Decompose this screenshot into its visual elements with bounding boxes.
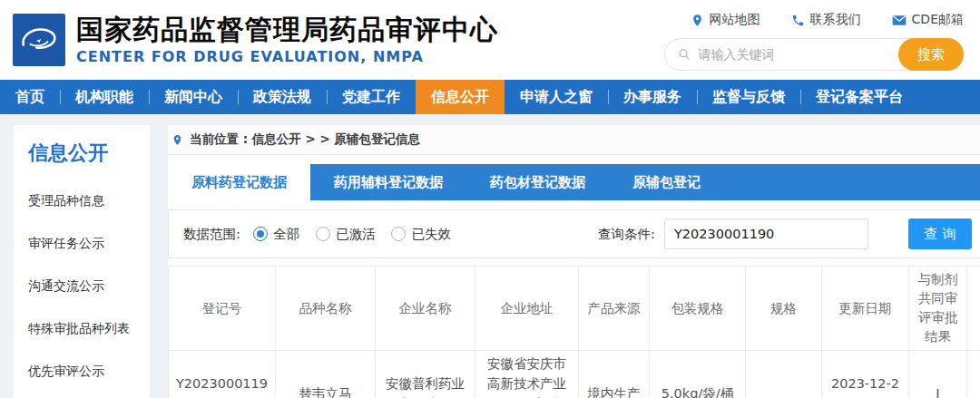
search-input[interactable]	[698, 47, 890, 62]
tab-bar: 原料药登记数据 药用辅料登记数据 药包材登记数据 原辅包登记	[168, 164, 980, 200]
contact-link[interactable]: 联系我们	[791, 12, 861, 28]
nav-item-party[interactable]: 党建工作	[327, 80, 416, 114]
query-button[interactable]: 查 询	[908, 218, 972, 249]
main-content: 当前位置 : 信息公开 > > 原辅包登记信息 原料药登记数据 药用辅料登记数据…	[168, 125, 980, 398]
nav-item-services[interactable]: 办事服务	[608, 80, 697, 114]
radio-activated-label: 已激活	[336, 226, 376, 243]
nav-item-home[interactable]: 首页	[0, 80, 60, 114]
nav-item-policies[interactable]: 政策法规	[238, 80, 327, 114]
location-pin-icon	[691, 14, 704, 27]
sidebar-item-priority-review[interactable]: 优先审评公示	[28, 364, 141, 380]
col-registration-no: 登记号	[169, 267, 276, 351]
radio-activated[interactable]: 已激活	[316, 226, 376, 243]
cell-joint-review-result: I	[909, 351, 967, 398]
radio-all-label: 全部	[273, 226, 299, 243]
location-pin-icon	[172, 134, 183, 146]
cell-company-name: 安徽普利药业有限公司	[376, 351, 475, 398]
col-joint-review-result: 与制剂共同审评审批结果	[909, 267, 967, 351]
contact-label: 联系我们	[810, 12, 861, 28]
cell-packaging-spec: 5.0kg/袋/桶	[650, 351, 746, 398]
radio-expired-circle[interactable]	[391, 227, 406, 241]
sidebar-item-review-tasks[interactable]: 审评任务公示	[28, 236, 141, 252]
cell-remarks	[967, 351, 980, 398]
site-subtitle: CENTER FOR DRUG EVALUATION, NMPA	[76, 48, 498, 65]
search-button[interactable]: 搜索	[898, 38, 964, 71]
cde-logo	[13, 14, 65, 66]
tab-api-registration[interactable]: 原料药登记数据	[168, 164, 310, 200]
col-company-name: 企业名称	[376, 267, 475, 351]
radio-expired[interactable]: 已失效	[391, 226, 451, 243]
breadcrumb: 当前位置 : 信息公开 > > 原辅包登记信息	[168, 125, 980, 155]
scope-label: 数据范围:	[183, 226, 240, 243]
query-condition-input[interactable]	[664, 218, 868, 249]
cell-registration-no: Y20230001190	[169, 351, 276, 398]
col-product-source: 产品来源	[579, 267, 650, 351]
mailbox-label: CDE邮箱	[912, 12, 964, 28]
sidebar-item-communication[interactable]: 沟通交流公示	[28, 278, 141, 295]
table-header-row: 登记号 品种名称 企业名称 企业地址 产品来源 包装规格 规格 更新日期 与制剂…	[169, 267, 980, 351]
filter-panel: 数据范围: 全部 已激活 已失效 查询条件: 查 询	[168, 209, 980, 258]
query-condition-label: 查询条件:	[598, 226, 655, 243]
col-spec: 规格	[746, 267, 822, 351]
fish-swirl-icon	[18, 19, 60, 61]
sitemap-link[interactable]: 网站地图	[691, 12, 760, 28]
nav-item-applicant-window[interactable]: 申请人之窗	[505, 80, 608, 114]
sidebar: 信息公开 受理品种信息 审评任务公示 沟通交流公示 特殊审批品种列表 优先审评公…	[14, 125, 150, 398]
tab-apiep-registration[interactable]: 原辅包登记	[609, 164, 724, 200]
tab-excipient-registration[interactable]: 药用辅料登记数据	[310, 164, 466, 200]
nav-item-info-disclosure[interactable]: 信息公开	[416, 80, 505, 114]
nav-item-registration-platform[interactable]: 登记备案平台	[800, 80, 918, 114]
sitemap-label: 网站地图	[710, 12, 760, 28]
site-title: 国家药品监督管理局药品审评中心	[76, 15, 498, 46]
radio-all-circle[interactable]	[253, 227, 268, 241]
cell-variety-name: 替韦立马	[276, 351, 376, 398]
sidebar-item-accepted-varieties[interactable]: 受理品种信息	[28, 193, 141, 209]
radio-activated-circle[interactable]	[316, 227, 330, 241]
nav-item-supervision[interactable]: 监督与反馈	[697, 80, 800, 114]
site-header: 国家药品监督管理局药品审评中心 CENTER FOR DRUG EVALUATI…	[0, 0, 980, 80]
scope-radio-group: 全部 已激活 已失效	[253, 226, 451, 243]
col-packaging-spec: 包装规格	[650, 267, 746, 351]
col-company-address: 企业地址	[475, 267, 579, 351]
tab-packaging-registration[interactable]: 药包材登记数据	[466, 164, 609, 200]
cell-update-date: 2023-12-26	[822, 351, 909, 398]
mailbox-link[interactable]: CDE邮箱	[892, 12, 964, 28]
main-nav: 首页 机构职能 新闻中心 政策法规 党建工作 信息公开 申请人之窗 办事服务 监…	[0, 80, 980, 114]
radio-expired-label: 已失效	[411, 226, 451, 243]
col-remarks: 备注	[967, 267, 980, 351]
cell-company-address: 安徽省安庆市高新技术产业开发区霞虹路58号	[475, 351, 579, 398]
nav-item-functions[interactable]: 机构职能	[60, 80, 149, 114]
radio-all[interactable]: 全部	[253, 226, 299, 243]
registration-table: 登记号 品种名称 企业名称 企业地址 产品来源 包装规格 规格 更新日期 与制剂…	[168, 266, 980, 398]
sidebar-title: 信息公开	[28, 140, 141, 167]
breadcrumb-text: 当前位置 : 信息公开 > > 原辅包登记信息	[190, 131, 420, 148]
cell-product-source: 境内生产	[579, 351, 650, 398]
top-links: 网站地图 联系我们 CDE邮箱	[664, 9, 964, 31]
table-row[interactable]: Y20230001190 替韦立马 安徽普利药业有限公司 安徽省安庆市高新技术产…	[169, 351, 980, 398]
phone-icon	[791, 14, 805, 27]
cell-spec	[746, 351, 822, 398]
col-update-date: 更新日期	[822, 267, 909, 351]
sidebar-item-special-approval[interactable]: 特殊审批品种列表	[28, 321, 141, 337]
col-variety-name: 品种名称	[276, 267, 376, 351]
search-icon	[678, 47, 691, 62]
envelope-icon	[892, 15, 906, 26]
nav-item-news[interactable]: 新闻中心	[149, 80, 238, 114]
